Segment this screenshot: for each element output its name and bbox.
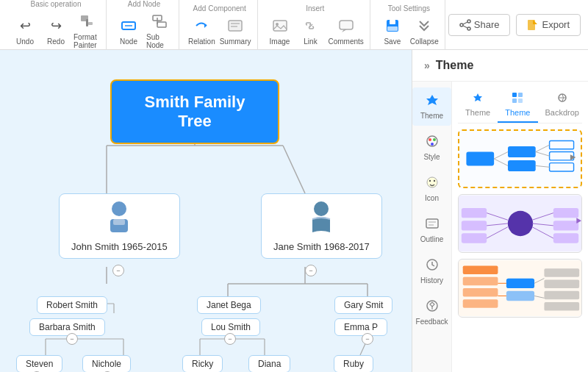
diana-node[interactable]: Diana <box>248 355 290 372</box>
comments-button[interactable]: Comments <box>329 15 364 46</box>
ruby-node[interactable]: Ruby <box>334 355 373 372</box>
format-painter-button[interactable]: Format Painter <box>74 11 100 49</box>
image-button[interactable]: Image <box>267 15 293 46</box>
outline-sidebar-icon <box>426 217 439 234</box>
svg-point-63 <box>433 180 434 182</box>
color-tab-label: Theme <box>505 108 530 117</box>
svg-rect-12 <box>273 21 287 31</box>
emma-node[interactable]: Emma P <box>334 318 387 336</box>
sidebar-item-outline[interactable]: Outline <box>412 211 451 249</box>
redo-button[interactable]: ↪ Redo <box>43 15 69 46</box>
svg-point-53 <box>112 201 126 216</box>
barbara-node[interactable]: Barbara Smith <box>29 318 105 336</box>
svg-point-21 <box>460 24 463 26</box>
outline-sidebar-label: Outline <box>420 235 444 243</box>
panel-title: Theme <box>436 59 474 72</box>
main-area: Smith Family Tree John Smith 1965-2015 −… <box>0 50 588 372</box>
root-node[interactable]: Smith Family Tree <box>110 79 279 144</box>
svg-rect-77 <box>508 146 536 157</box>
feedback-sidebar-label: Feedback <box>416 318 448 326</box>
john-collapse[interactable]: − <box>112 265 124 276</box>
ricky-node[interactable]: Ricky <box>182 355 223 372</box>
save-label: Save <box>384 37 401 46</box>
canvas[interactable]: Smith Family Tree John Smith 1965-2015 −… <box>0 50 412 372</box>
node-icon <box>118 15 139 36</box>
panel-toggle-button[interactable]: » <box>424 60 430 71</box>
jane-collapse[interactable]: − <box>305 265 317 276</box>
comments-icon <box>336 15 356 36</box>
sub-node-label: Sub Node <box>146 33 173 49</box>
svg-line-83 <box>494 159 508 165</box>
robert-node[interactable]: Robert Smith <box>37 296 107 314</box>
icon-sidebar-icon <box>426 176 439 193</box>
format-painter-icon <box>76 11 97 32</box>
svg-point-89 <box>508 211 533 236</box>
sidebar-item-theme[interactable]: Theme <box>412 87 451 126</box>
undo-button[interactable]: ↩ Undo <box>12 15 38 46</box>
janet-node[interactable]: Janet Bega <box>197 296 261 314</box>
tool-settings-label: Tool Settings <box>388 4 430 12</box>
share-icon <box>459 19 471 31</box>
svg-line-23 <box>463 26 467 28</box>
svg-rect-78 <box>508 160 536 171</box>
gary-node[interactable]: Gary Smit <box>334 296 392 314</box>
share-button[interactable]: Share <box>448 14 511 36</box>
john-smith-node[interactable]: John Smith 1965-2015 <box>59 193 180 259</box>
svg-rect-90 <box>462 208 487 218</box>
panel-header: » Theme <box>412 50 588 82</box>
relation-icon <box>191 15 212 36</box>
add-component-label: Add Component <box>193 4 246 12</box>
svg-marker-87 <box>570 154 576 160</box>
node-button[interactable]: Node <box>115 15 142 46</box>
svg-rect-76 <box>466 152 494 166</box>
summary-button[interactable]: Summary <box>220 15 251 46</box>
sidebar-item-feedback[interactable]: Feedback <box>412 293 451 332</box>
jane-smith-node[interactable]: Jane Smith 1968-2017 <box>261 193 382 259</box>
link-button[interactable]: Link <box>298 15 324 46</box>
svg-rect-6 <box>157 22 166 27</box>
john-avatar <box>71 200 168 238</box>
sub-node-button[interactable]: Sub Node <box>146 11 173 49</box>
collapse-button[interactable]: Collapse <box>410 15 439 46</box>
tab-color[interactable]: Theme <box>498 87 537 123</box>
history-sidebar-label: History <box>420 276 443 285</box>
tab-theme[interactable]: Theme <box>458 87 498 123</box>
collapse-label: Collapse <box>410 37 439 46</box>
emma-collapse[interactable]: − <box>362 333 373 345</box>
svg-rect-2 <box>88 22 93 25</box>
link-icon <box>301 15 321 36</box>
theme-tab-icon <box>472 92 484 107</box>
relation-button[interactable]: Relation <box>188 15 215 46</box>
tab-backdrop[interactable]: Backdrop <box>538 87 587 123</box>
undo-label: Undo <box>16 37 34 46</box>
svg-rect-95 <box>553 233 578 243</box>
svg-rect-91 <box>462 221 487 230</box>
side-icons: Theme Style Icon <box>412 82 452 372</box>
svg-rect-55 <box>113 219 125 225</box>
theme-card-1[interactable] <box>458 129 582 188</box>
theme-card-3[interactable] <box>458 259 582 318</box>
basic-operation-label: Basic operation <box>31 0 82 8</box>
john-name: John Smith 1965-2015 <box>71 241 168 252</box>
sidebar-item-icon[interactable]: Icon <box>412 170 451 208</box>
svg-rect-72 <box>512 99 517 103</box>
nichole-node[interactable]: Nichole <box>82 355 131 372</box>
relation-label: Relation <box>188 37 215 46</box>
theme-card-2[interactable] <box>458 194 582 253</box>
svg-rect-92 <box>462 233 487 243</box>
svg-rect-110 <box>544 268 579 276</box>
export-button[interactable]: Export <box>516 14 581 36</box>
sidebar-item-style[interactable]: Style <box>412 129 451 167</box>
svg-line-84 <box>536 145 550 151</box>
collapse-icon <box>414 15 434 36</box>
svg-rect-73 <box>518 99 523 103</box>
svg-rect-70 <box>512 93 517 97</box>
svg-point-56 <box>314 201 329 216</box>
theme-tab-label: Theme <box>465 108 490 117</box>
steven-node[interactable]: Steven <box>16 355 62 372</box>
barbara-collapse[interactable]: − <box>66 333 78 345</box>
lou-collapse[interactable]: − <box>224 333 236 345</box>
sidebar-item-history[interactable]: History <box>412 252 451 290</box>
save-button[interactable]: Save <box>379 15 406 46</box>
redo-label: Redo <box>47 37 65 46</box>
